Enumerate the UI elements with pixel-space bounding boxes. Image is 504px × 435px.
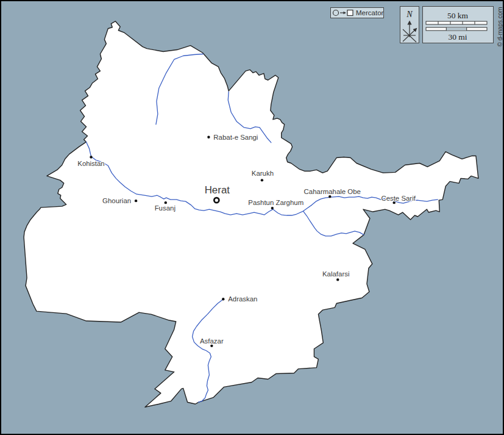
city-label-herat: Herat [205,184,230,196]
capital-marker-herat [214,198,219,203]
scale-mi-bar [426,27,487,31]
province-outline [24,21,478,407]
copyright-label: © d-maps.com [497,2,504,51]
map-canvas: Rabat-e Sangi Kohistan Karukh Herat Ghou… [0,0,504,435]
scale-panel: 50 km 30 mi [422,6,494,43]
city-marker-rabat-e-sangi [207,136,210,138]
city-label-karukh: Karukh [252,170,274,177]
city-label-asfazar: Asfazar [200,337,224,345]
city-label-ghourian: Ghourian [102,197,131,204]
city-label-kohistan: Kohistan [77,160,104,167]
city-label-kalafarsi: Kalafarsi [322,270,349,278]
compass-rose-icon: N [400,7,419,43]
city-marker-caharmahale-obe [328,195,331,198]
arrow-head-icon [344,12,347,14]
projection-legend: Mercator [330,7,384,18]
city-label-rabat-e-sangi: Rabat-e Sangi [213,134,258,141]
city-marker-asfazar [210,345,213,347]
city-marker-adraskan [222,298,224,300]
city-marker-karukh [261,179,263,181]
projection-label: Mercator [356,9,383,16]
city-marker-kohistan [90,156,92,158]
city-label-adraskan: Adraskan [228,295,257,303]
city-marker-kalafarsi [336,278,339,281]
city-marker-fusanj [165,201,167,204]
scale-bars: 50 km 30 mi [423,7,493,43]
globe-circle-icon [333,10,339,16]
city-marker-ghourian [135,200,137,202]
compass-panel: N [400,6,419,43]
scale-mi-label: 30 mi [448,32,467,41]
city-label-ceste-sarif: Ceste Sarif [381,195,416,202]
projection-symbols: Mercator [331,8,383,18]
square-icon [347,10,353,16]
city-label-fusanj: Fusanj [155,204,176,212]
city-marker-pashtun-zarghum [271,207,274,209]
city-label-pashtun-zarghum: Pashtun Zarghum [248,199,303,206]
compass-north-label: N [406,10,413,19]
map-svg: Rabat-e Sangi Kohistan Karukh Herat Ghou… [1,1,503,434]
city-label-caharmahale-obe: Caharmahale Obe [304,188,361,195]
scale-km-label: 50 km [447,11,469,20]
scale-km-bar [426,21,487,24]
